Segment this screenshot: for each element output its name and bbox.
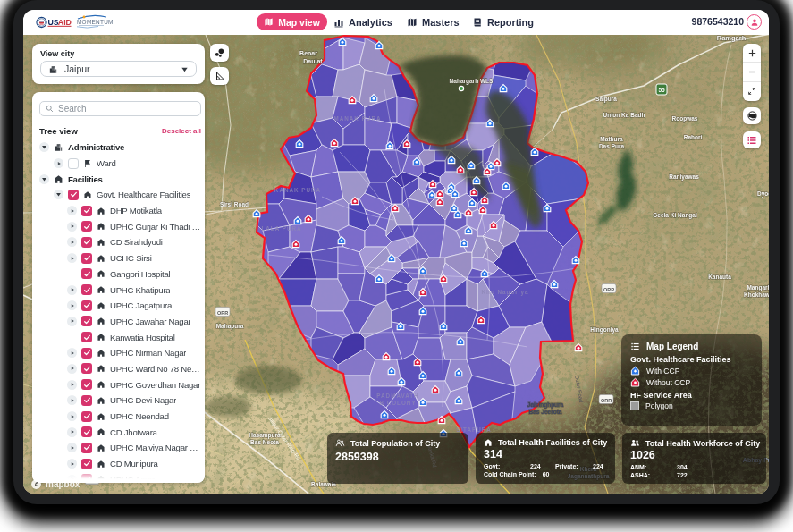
svg-text:ORR: ORR bbox=[217, 310, 228, 316]
svg-text:Benar: Benar bbox=[299, 50, 317, 56]
svg-text:PADMAVATH: PADMAVATH bbox=[376, 393, 418, 399]
svg-text:ORR: ORR bbox=[601, 398, 612, 403]
svg-text:Rahori: Rahori bbox=[684, 134, 703, 140]
svg-text:KANAK PURA: KANAK PURA bbox=[274, 187, 321, 193]
svg-text:B COLONY: B COLONY bbox=[379, 400, 416, 406]
svg-text:Saipura: Saipura bbox=[595, 96, 617, 103]
svg-text:Mahapura: Mahapura bbox=[216, 323, 244, 330]
svg-text:SITAPURA: SITAPURA bbox=[456, 426, 492, 433]
svg-text:Mathura: Mathura bbox=[600, 136, 623, 142]
svg-text:Bas Jeerota: Bas Jeerota bbox=[529, 409, 562, 415]
svg-text:Sirsi Road: Sirsi Road bbox=[220, 201, 249, 207]
svg-text:55: 55 bbox=[658, 87, 665, 93]
svg-text:MANAK PURA: MANAK PURA bbox=[333, 115, 381, 122]
svg-text:ORR: ORR bbox=[603, 287, 614, 292]
svg-text:Das Pura: Das Pura bbox=[599, 143, 625, 149]
svg-text:Jaisinghpura: Jaisinghpura bbox=[527, 401, 564, 409]
svg-text:Nahargarh WLS: Nahargarh WLS bbox=[450, 78, 494, 85]
svg-text:Dyoc: Dyoc bbox=[757, 190, 769, 198]
svg-text:MOMENTUM: MOMENTUM bbox=[77, 19, 114, 25]
svg-text:Hingoniya: Hingoniya bbox=[590, 326, 619, 334]
svg-text:Hasampura: Hasampura bbox=[249, 432, 281, 439]
svg-text:AID: AID bbox=[58, 18, 72, 27]
svg-text:LALA PURA: LALA PURA bbox=[261, 225, 301, 232]
svg-text:Bas Neota: Bas Neota bbox=[250, 439, 279, 445]
svg-text:Khokhawala: Khokhawala bbox=[744, 291, 769, 298]
svg-text:Unton Ka Badh: Unton Ka Badh bbox=[603, 112, 645, 118]
svg-text:Daulat: Daulat bbox=[303, 58, 323, 64]
svg-text:Kanauta: Kanauta bbox=[708, 274, 731, 280]
svg-text:Geela Ki Nangal: Geela Ki Nangal bbox=[653, 212, 697, 219]
svg-text:Mangarh: Mangarh bbox=[747, 284, 769, 291]
svg-text:Roopwas: Roopwas bbox=[672, 115, 698, 122]
svg-text:Kho Nagoriya: Kho Nagoriya bbox=[482, 289, 529, 296]
svg-text:Ramgarh: Ramgarh bbox=[717, 35, 747, 42]
svg-text:Raniyawas: Raniyawas bbox=[669, 173, 699, 181]
